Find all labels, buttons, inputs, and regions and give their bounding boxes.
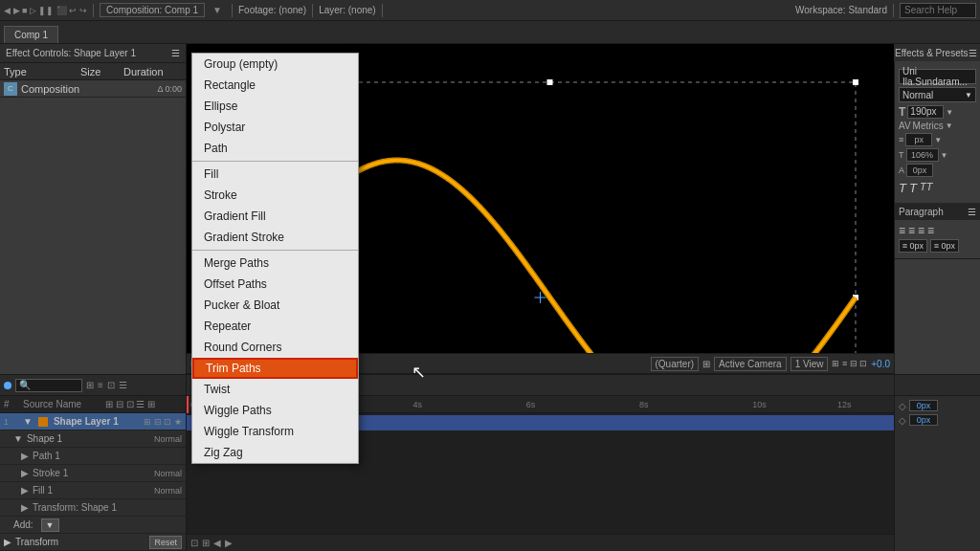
menu-item-group[interactable]: Group (empty) (192, 54, 358, 75)
dropdown-overlay: Group (empty)RectangleEllipsePolystarPat… (0, 0, 980, 551)
menu-item-gradient_stroke[interactable]: Gradient Stroke (192, 227, 358, 248)
menu-item-trim_paths[interactable]: Trim Paths (192, 358, 358, 379)
menu-item-stroke[interactable]: Stroke (192, 185, 358, 206)
menu-item-repeater[interactable]: Repeater (192, 316, 358, 337)
menu-item-offset_paths[interactable]: Offset Paths (192, 274, 358, 295)
menu-sep-after-path (192, 161, 358, 162)
dropdown-menu: Group (empty)RectangleEllipsePolystarPat… (191, 53, 359, 464)
menu-item-ellipse[interactable]: Ellipse (192, 96, 358, 117)
menu-item-zig_zag[interactable]: Zig Zag (192, 442, 358, 463)
menu-item-path[interactable]: Path (192, 138, 358, 159)
menu-item-merge_paths[interactable]: Merge Paths (192, 253, 358, 274)
menu-item-rectangle[interactable]: Rectangle (192, 75, 358, 96)
menu-item-gradient_fill[interactable]: Gradient Fill (192, 206, 358, 227)
menu-item-fill[interactable]: Fill (192, 164, 358, 185)
menu-item-twist[interactable]: Twist (192, 379, 358, 400)
menu-item-round_corners[interactable]: Round Corners (192, 337, 358, 358)
cursor-arrow: ↖ (412, 362, 426, 383)
menu-item-polystar[interactable]: Polystar (192, 117, 358, 138)
menu-item-wiggle_transform[interactable]: Wiggle Transform (192, 421, 358, 442)
menu-item-wiggle_paths[interactable]: Wiggle Paths (192, 400, 358, 421)
menu-item-pucker_bloat[interactable]: Pucker & Bloat (192, 295, 358, 316)
menu-sep-after-gradient_stroke (192, 250, 358, 251)
